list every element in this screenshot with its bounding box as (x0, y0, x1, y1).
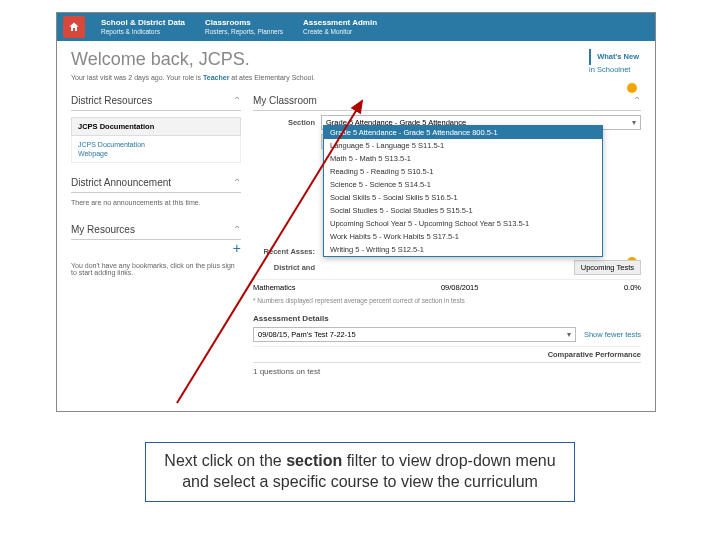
annotation-arrow (167, 93, 377, 412)
nav-item-assessment[interactable]: Assessment Admin Create & Monitor (293, 13, 387, 41)
nav-sub: Create & Monitor (303, 28, 377, 36)
whats-new-label: What's New (597, 52, 639, 61)
screenshot-frame: School & District Data Reports & Indicat… (56, 12, 656, 412)
nav-sub: Rosters, Reports, Planners (205, 28, 283, 36)
panel-title: District Announcement (71, 177, 171, 188)
caption-pre: Next click on the (164, 452, 286, 469)
chevron-down-icon: ▾ (632, 118, 636, 127)
chevron-up-icon: ⌃ (633, 95, 641, 106)
nav-title: School & District Data (101, 18, 185, 28)
home-icon (68, 21, 80, 33)
assess-pct: 0.0% (624, 283, 641, 292)
accent-bar (589, 49, 591, 65)
nav-item-classrooms[interactable]: Classrooms Rosters, Reports, Planners (195, 13, 293, 41)
whats-new-sub: in Schoolnet (589, 65, 630, 74)
caption-bold: section (286, 452, 342, 469)
nav-title: Classrooms (205, 18, 283, 28)
upcoming-label: Upcoming Tests (581, 263, 634, 272)
nav-title: Assessment Admin (303, 18, 377, 28)
panel-title: My Resources (71, 224, 135, 235)
last-visit-role: Teacher (203, 74, 229, 81)
welcome-text: Welcome back, JCPS. (71, 49, 641, 70)
assess-date: 09/08/2015 (441, 283, 479, 292)
last-visit-pre: Your last visit was 2 days ago. Your rol… (71, 74, 203, 81)
instruction-caption: Next click on the section filter to view… (145, 442, 575, 502)
whats-new-link[interactable]: What's Newin Schoolnet (589, 49, 639, 74)
last-visit-text: Your last visit was 2 days ago. Your rol… (71, 74, 641, 81)
chevron-down-icon: ▾ (567, 330, 571, 339)
upcoming-tests-button[interactable]: Upcoming Tests (574, 260, 641, 275)
svg-line-3 (177, 101, 362, 403)
nav-item-school-data[interactable]: School & District Data Reports & Indicat… (91, 13, 195, 41)
show-fewer-tests-link[interactable]: Show fewer tests (584, 330, 641, 339)
top-nav: School & District Data Reports & Indicat… (57, 13, 655, 41)
panel-title: District Resources (71, 95, 152, 106)
last-visit-post: at ates Elementary School. (229, 74, 315, 81)
home-button[interactable] (63, 16, 85, 38)
nav-sub: Reports & Indicators (101, 28, 185, 36)
